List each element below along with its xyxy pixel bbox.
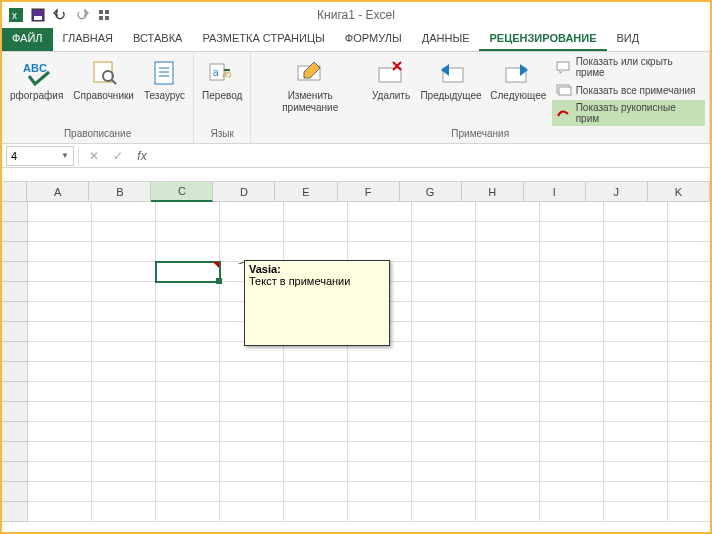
svg-text:ABC: ABC [23, 62, 47, 74]
cancel-formula-icon[interactable]: ✕ [83, 146, 105, 166]
show-hide-comment-button[interactable]: Показать или скрыть приме [552, 54, 705, 80]
translate-icon: aあ [206, 56, 238, 88]
undo-icon[interactable] [50, 5, 70, 25]
svg-text:あ: あ [222, 67, 232, 78]
row-header[interactable] [2, 422, 28, 442]
col-header-I[interactable]: I [524, 182, 586, 202]
formula-bar: 4 ▼ ✕ ✓ fx [2, 144, 710, 168]
ink-icon [556, 106, 572, 120]
ribbon-group-comments: Изменить примечание Удалить Предыдущее С… [251, 52, 710, 143]
row-header[interactable] [2, 302, 28, 322]
row-header[interactable] [2, 342, 28, 362]
tab-home[interactable]: ГЛАВНАЯ [53, 28, 123, 51]
svg-line-11 [112, 80, 116, 84]
col-header-G[interactable]: G [400, 182, 462, 202]
cells-area[interactable]: Vasia: Текст в примечании [28, 202, 712, 522]
tab-file[interactable]: ФАЙЛ [2, 28, 53, 51]
svg-text:a: a [213, 67, 219, 78]
delete-comment-button[interactable]: Удалить [367, 54, 415, 104]
row-header[interactable] [2, 282, 28, 302]
col-header-B[interactable]: B [89, 182, 151, 202]
tab-formulas[interactable]: ФОРМУЛЫ [335, 28, 412, 51]
spelling-icon: ABC [21, 56, 53, 88]
svg-text:x: x [12, 10, 17, 21]
col-header-D[interactable]: D [213, 182, 275, 202]
row-header[interactable] [2, 242, 28, 262]
show-ink-button[interactable]: Показать рукописные прим [552, 100, 705, 126]
row-header[interactable] [2, 502, 28, 522]
edit-comment-button[interactable]: Изменить примечание [255, 54, 365, 116]
svg-rect-12 [155, 62, 173, 84]
delete-comment-icon [375, 56, 407, 88]
qat-customize-icon[interactable] [94, 5, 114, 25]
svg-line-26 [224, 262, 244, 264]
research-icon [88, 56, 120, 88]
redo-icon[interactable] [72, 5, 92, 25]
svg-rect-25 [559, 87, 571, 95]
comments-bubble-icon [556, 83, 572, 97]
col-header-K[interactable]: K [648, 182, 710, 202]
chevron-down-icon: ▼ [61, 151, 69, 160]
row-header[interactable] [2, 482, 28, 502]
ribbon: ABC рфография Справочники Тезаурус Право… [2, 52, 710, 144]
row-header[interactable] [2, 442, 28, 462]
enter-formula-icon[interactable]: ✓ [107, 146, 129, 166]
fx-icon[interactable]: fx [131, 146, 153, 166]
col-header-A[interactable]: A [27, 182, 89, 202]
row-header[interactable] [2, 202, 28, 222]
formula-input[interactable] [157, 146, 710, 166]
quick-access-toolbar: x [6, 5, 114, 25]
row-header[interactable] [2, 222, 28, 242]
svg-rect-3 [34, 16, 42, 20]
comment-author: Vasia: [249, 263, 385, 275]
tab-view[interactable]: ВИД [607, 28, 650, 51]
col-header-H[interactable]: H [462, 182, 524, 202]
row-header[interactable] [2, 362, 28, 382]
svg-rect-23 [557, 62, 569, 70]
next-comment-button[interactable]: Следующее [487, 54, 550, 104]
ribbon-tabs: ФАЙЛ ГЛАВНАЯ ВСТАВКА РАЗМЕТКА СТРАНИЦЫ Ф… [2, 28, 710, 52]
translate-button[interactable]: aあ Перевод [198, 54, 246, 104]
svg-rect-4 [99, 10, 103, 14]
previous-comment-button[interactable]: Предыдущее [417, 54, 485, 104]
ribbon-group-language: aあ Перевод Язык [194, 52, 251, 143]
research-button[interactable]: Справочники [69, 54, 138, 104]
tab-review[interactable]: РЕЦЕНЗИРОВАНИЕ [479, 28, 606, 51]
thesaurus-button[interactable]: Тезаурус [140, 54, 189, 104]
col-header-F[interactable]: F [338, 182, 400, 202]
name-box[interactable]: 4 ▼ [6, 146, 74, 166]
row-header[interactable] [2, 322, 28, 342]
title-bar: x Книга1 - Excel [2, 2, 710, 28]
tab-page-layout[interactable]: РАЗМЕТКА СТРАНИЦЫ [192, 28, 334, 51]
spelling-button[interactable]: ABC рфография [6, 54, 67, 104]
svg-rect-6 [99, 16, 103, 20]
col-header-E[interactable]: E [275, 182, 337, 202]
window-title: Книга1 - Excel [317, 8, 395, 22]
comment-bubble-icon [556, 60, 572, 74]
previous-comment-icon [435, 56, 467, 88]
edit-comment-icon [294, 56, 326, 88]
thesaurus-icon [149, 56, 181, 88]
col-header-J[interactable]: J [586, 182, 648, 202]
row-header[interactable] [2, 262, 28, 282]
row-header[interactable] [2, 382, 28, 402]
save-icon[interactable] [28, 5, 48, 25]
tab-insert[interactable]: ВСТАВКА [123, 28, 192, 51]
show-all-comments-button[interactable]: Показать все примечания [552, 81, 705, 99]
svg-rect-7 [105, 16, 109, 20]
column-headers: A B C D E F G H I J K [2, 182, 710, 202]
row-header[interactable] [2, 462, 28, 482]
next-comment-icon [502, 56, 534, 88]
comment-box[interactable]: Vasia: Текст в примечании [244, 260, 390, 346]
col-header-C[interactable]: C [151, 182, 213, 202]
row-headers [2, 202, 28, 522]
cell-C4-selected[interactable] [156, 262, 220, 282]
select-all-corner[interactable] [2, 182, 27, 202]
comment-text: Текст в примечании [249, 275, 385, 287]
tab-data[interactable]: ДАННЫЕ [412, 28, 480, 51]
worksheet-grid: A B C D E F G H I J K [2, 182, 710, 522]
row-header[interactable] [2, 402, 28, 422]
ribbon-group-proofing: ABC рфография Справочники Тезаурус Право… [2, 52, 194, 143]
comment-connector [224, 262, 244, 264]
excel-logo-icon: x [6, 5, 26, 25]
